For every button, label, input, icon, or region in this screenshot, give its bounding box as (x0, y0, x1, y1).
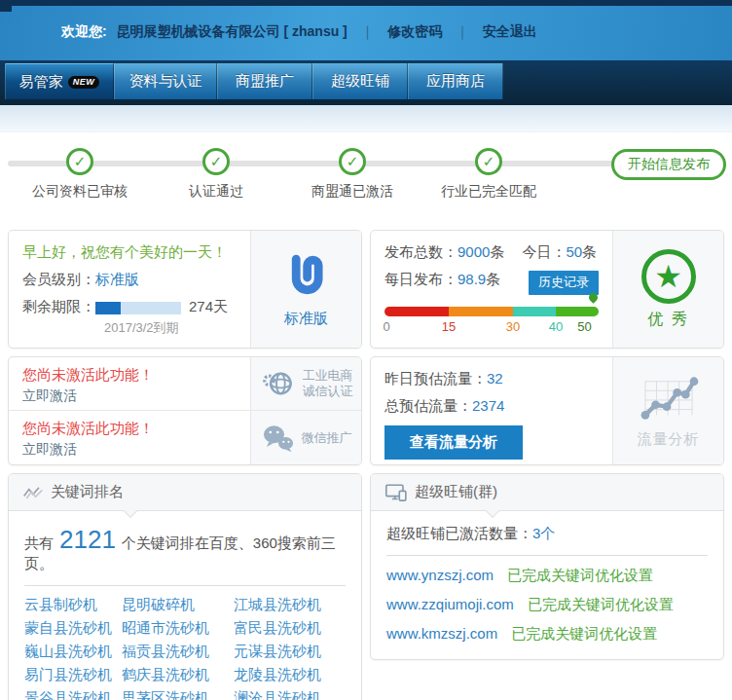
publish-total-value: 9000 (458, 243, 490, 260)
tab-alliance-promotion[interactable]: 商盟推广 (217, 63, 312, 99)
publish-today-label: 今日： (522, 243, 566, 260)
gauge-segment-orange (449, 307, 513, 316)
shops-list: www.ynzszj.com已完成关键词优化设置 www.zzqiumoji.c… (386, 567, 708, 644)
logout-link[interactable]: 安全退出 (483, 23, 537, 39)
shops-card: 超级旺铺(群) 超级旺铺已激活数量：3个 www.ynzszj.com已完成关键… (370, 473, 724, 660)
subheader-band (0, 105, 732, 132)
keyword-link[interactable]: 富民县洗砂机 (234, 619, 346, 638)
wechat-icon (261, 424, 296, 453)
member-level-line: 会员级别：标准版 (22, 271, 237, 289)
step-cert-passed: ✓ 认证通过 (143, 148, 289, 201)
keyword-link[interactable]: 云县制砂机 (24, 596, 122, 614)
shop-monitor-icon (384, 484, 408, 501)
publish-today-value: 50 (566, 243, 582, 260)
icon-label-line: 工业电商 (303, 368, 353, 383)
keyword-link[interactable]: 澜沧县洗砂机 (234, 689, 346, 700)
company-name: 昆明展塑机械设备有限公司 [ zhansu ] (117, 23, 348, 39)
tab-label: 易管家 (19, 73, 63, 92)
tab-super-shop[interactable]: 超级旺铺 (312, 63, 408, 99)
top-welcome-bar: 欢迎您: 昆明展塑机械设备有限公司 [ zhansu ] ｜ 修改密码 ｜ 安全… (0, 0, 732, 60)
ecommerce-cert-label: 工业电商 诚信认证 (303, 368, 353, 399)
keyword-link[interactable]: 鹤庆县洗砂机 (122, 666, 234, 684)
publish-daily-unit: 条 (486, 271, 500, 287)
tab-app-store[interactable]: 应用商店 (408, 63, 503, 99)
step-industry-matched: ✓ 行业已完全匹配 (416, 148, 562, 201)
keyword-link[interactable]: 福贡县洗砂机 (122, 643, 234, 661)
shop-status: 已完成关键词优化设置 (507, 567, 653, 583)
tab-credentials[interactable]: 资料与认证 (114, 63, 217, 99)
traffic-icon-label: 流量分析 (638, 430, 700, 449)
term-days: 274天 (189, 298, 228, 314)
wechat-promo-block: 微信推广 (251, 411, 361, 464)
shop-url-link[interactable]: www.ynzszj.com (386, 567, 494, 583)
trend-icon (22, 485, 44, 500)
traffic-card: 昨日预估流量：32 总预估流量：2374 查看流量分析 流量分析 (370, 356, 724, 465)
welcome-label: 欢迎您: (61, 23, 107, 39)
keyword-link[interactable]: 昆明破碎机 (122, 596, 234, 614)
gauge-tick: 30 (506, 319, 520, 334)
shop-row: www.kmzszj.com已完成关键词优化设置 (386, 625, 708, 644)
check-circle-icon: ✓ (66, 148, 93, 175)
check-circle-icon: ✓ (339, 148, 366, 175)
history-button[interactable]: 历史记录 (529, 271, 599, 295)
publish-daily-line: 历史记录 每日发布：98.9条 (384, 271, 599, 289)
publish-total-unit: 条 (490, 243, 504, 260)
start-publishing-button[interactable]: 开始信息发布 (611, 149, 726, 180)
keyword-link[interactable]: 江城县洗砂机 (234, 596, 346, 614)
keyword-link[interactable]: 景谷县洗砂机 (24, 689, 122, 700)
keywords-summary: 共有2121个关键词排在百度、360搜索前三页。 (24, 525, 346, 573)
shop-status: 已完成关键词优化设置 (511, 625, 657, 642)
keyword-link[interactable]: 巍山县洗砂机 (24, 643, 122, 661)
keyword-link[interactable]: 思茅区洗砂机 (122, 689, 234, 700)
publish-today-unit: 条 (582, 243, 597, 260)
change-password-link[interactable]: 修改密码 (387, 23, 442, 39)
gauge-segment-green (556, 307, 599, 316)
keyword-link[interactable]: 蒙自县洗砂机 (24, 619, 122, 638)
member-level-link[interactable]: 标准版 (95, 271, 139, 287)
shop-url-link[interactable]: www.kmzszj.com (386, 625, 497, 642)
keywords-list: 云县制砂机 昆明破碎机 江城县洗砂机 蒙自县洗砂机 昭通市洗砂机 富民县洗砂机 … (24, 596, 346, 700)
ecommerce-cert-block: 工业电商 诚信认证 (251, 357, 361, 411)
wechat-promo-label: 微信推广 (302, 430, 352, 446)
publish-daily-label: 每日发布： (384, 271, 458, 287)
shop-url-link[interactable]: www.zzqiumoji.com (386, 596, 514, 612)
member-badge-panel: 标准版 (250, 231, 361, 348)
member-card: 早上好，祝您有个美好的一天！ 会员级别：标准版 剩余期限：274天 2017/3… (8, 230, 362, 349)
corner-decoration (0, 0, 12, 12)
shops-title: 超级旺铺(群) (415, 483, 497, 501)
shops-count-label: 超级旺铺已激活数量： (386, 525, 532, 541)
step-label: 公司资料已审核 (7, 183, 153, 201)
keyword-link[interactable]: 易门县洗砂机 (24, 666, 122, 684)
publish-gauge: 0 15 30 40 50 (384, 307, 599, 335)
not-activated-warning: 您尚未激活此功能！ (22, 420, 154, 436)
gauge-segment-teal (513, 307, 556, 316)
gauge-tick: 40 (549, 319, 563, 334)
gauge-ticks: 0 15 30 40 50 (384, 319, 599, 335)
view-traffic-analysis-button[interactable]: 查看流量分析 (384, 425, 523, 460)
shop-status: 已完成关键词优化设置 (528, 596, 674, 612)
tab-label: 资料与认证 (129, 72, 202, 91)
tab-yiguanjia[interactable]: 易管家 NEW (5, 63, 114, 99)
locked-features-card: 您尚未激活此功能！ 立即激活 您尚未激活此功能！ 立即激活 工业电商 诚信认证 (8, 356, 362, 465)
activate-now-link[interactable]: 立即激活 (22, 441, 237, 459)
keywords-title: 关键词排名 (51, 483, 124, 501)
tab-label: 商盟推广 (236, 72, 294, 91)
keyword-link[interactable]: 元谋县洗砂机 (234, 643, 346, 661)
activate-now-link[interactable]: 立即激活 (22, 387, 237, 405)
traffic-icon-panel: 流量分析 (612, 357, 723, 464)
publish-card-main: 发布总数：9000条今日：50条 历史记录 每日发布：98.9条 0 15 30 (371, 231, 612, 348)
locked-features-main: 您尚未激活此功能！ 立即激活 您尚未激活此功能！ 立即激活 (9, 357, 250, 464)
keyword-link[interactable]: 昭通市洗砂机 (122, 619, 234, 638)
step-company-audited: ✓ 公司资料已审核 (7, 148, 153, 201)
tab-label: 超级旺铺 (331, 72, 389, 91)
keywords-card: 关键词排名 共有2121个关键词排在百度、360搜索前三页。 云县制砂机 昆明破… (8, 473, 362, 700)
divider-rule (386, 555, 708, 556)
traffic-yesterday-label: 昨日预估流量： (384, 370, 487, 387)
traffic-card-main: 昨日预估流量：32 总预估流量：2374 查看流量分析 (371, 357, 612, 464)
traffic-chart-icon (638, 374, 700, 424)
shop-row: www.ynzszj.com已完成关键词优化设置 (386, 567, 708, 585)
keywords-count: 2121 (59, 525, 116, 554)
check-circle-icon: ✓ (202, 148, 230, 175)
locked-feature-row: 您尚未激活此功能！ 立即激活 (9, 357, 250, 411)
keyword-link[interactable]: 龙陵县洗砂机 (234, 666, 346, 684)
